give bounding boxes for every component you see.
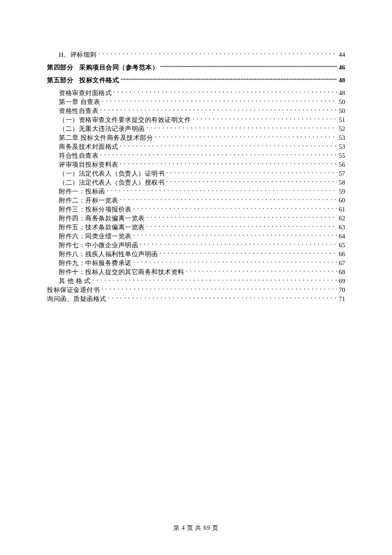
toc-label: 第四部分采购项目合同（参考范本） — [47, 63, 159, 72]
toc-entry[interactable]: 附件五：技术条款偏离一览表63 — [47, 223, 345, 232]
toc-entry[interactable]: 附件七：中小微企业声明函65 — [47, 241, 345, 250]
toc-page-number: 65 — [337, 241, 345, 250]
toc-leader — [91, 277, 337, 283]
toc-leader — [164, 169, 337, 176]
toc-entry[interactable]: 附件八：残疾人福利性单位声明函66 — [47, 250, 345, 259]
toc-leader — [191, 116, 337, 122]
toc-entry[interactable]: （二）法定代表人（负责人）授权书58 — [47, 178, 345, 187]
toc-page-number: 55 — [337, 151, 345, 160]
toc-page-number: 59 — [337, 187, 345, 196]
toc-page-number: 71 — [337, 295, 345, 304]
toc-page-number: 50 — [337, 107, 345, 116]
toc-page-number: 66 — [337, 250, 345, 259]
toc-label-text: 采购项目合同（参考范本） — [79, 64, 159, 71]
table-of-contents: H、评标细则44第四部分采购项目合同（参考范本）46第五部分投标文件格式48资格… — [47, 50, 345, 304]
toc-entry[interactable]: 第二章 投标文件商务及技术部分53 — [47, 133, 345, 142]
toc-entry[interactable]: 附件四：商务条款偏离一览表62 — [47, 214, 345, 223]
toc-leader — [132, 205, 337, 211]
toc-label: 附件九：中标服务费承诺 — [59, 259, 132, 268]
toc-page-number: 69 — [337, 277, 345, 286]
toc-page-number: 58 — [337, 178, 345, 187]
toc-label: 附件六：同类业绩一览表 — [59, 232, 132, 241]
toc-page-number: 63 — [337, 223, 345, 232]
toc-page-number: 51 — [337, 116, 345, 124]
page-footer: 第 4 页 共 69 页 — [0, 524, 392, 532]
toc-label: 第一章 自查表 — [59, 98, 100, 107]
toc-entry[interactable]: 资格审查封面格式48 — [47, 89, 345, 98]
toc-leader — [145, 223, 337, 229]
toc-entry[interactable]: 附件六：同类业绩一览表64 — [47, 232, 345, 241]
document-page: H、评标细则44第四部分采购项目合同（参考范本）46第五部分投标文件格式48资格… — [0, 0, 392, 555]
toc-page-number: 62 — [337, 214, 345, 223]
toc-leader — [112, 89, 337, 95]
toc-leader — [107, 295, 337, 301]
toc-label: 附件八：残疾人福利性单位声明函 — [59, 250, 158, 259]
toc-entry[interactable]: 附件二：开标一览表60 — [47, 196, 345, 205]
toc-entry[interactable]: 第四部分采购项目合同（参考范本）46 — [47, 63, 345, 72]
toc-label: 附件七：中小微企业声明函 — [59, 241, 138, 250]
toc-leader — [105, 187, 337, 194]
toc-label: 第五部分投标文件格式 — [47, 76, 119, 85]
toc-leader — [97, 50, 337, 57]
toc-entry[interactable]: 投标保证金退付书70 — [47, 286, 345, 295]
toc-entry[interactable]: 附件十：投标人提交的其它商务和技术资料68 — [47, 268, 345, 277]
toc-label: 其 他 格 式 — [59, 277, 91, 286]
toc-page-number: 44 — [337, 50, 345, 59]
toc-label-text: 投标文件格式 — [79, 77, 119, 84]
toc-label: 附件四：商务条款偏离一览表 — [59, 214, 145, 223]
toc-entry[interactable]: 附件一：投标函59 — [47, 187, 345, 196]
toc-label: 资格审查封面格式 — [59, 89, 112, 98]
toc-leader — [145, 214, 337, 220]
toc-part-prefix: 第四部分 — [47, 63, 73, 72]
toc-entry[interactable]: 资格性自查表50 — [47, 107, 345, 116]
toc-leader — [132, 259, 337, 265]
toc-leader — [184, 268, 337, 274]
toc-page-number: 61 — [337, 205, 345, 214]
toc-label: 评审项目投标资料表 — [59, 160, 118, 169]
toc-page-number: 53 — [337, 142, 345, 151]
toc-entry[interactable]: H、评标细则44 — [47, 50, 345, 59]
toc-leader — [164, 178, 337, 185]
toc-part-prefix: 第五部分 — [47, 76, 73, 85]
toc-label: 询问函、质疑函格式 — [47, 295, 107, 304]
toc-label: （二）法定代表人（负责人）授权书 — [59, 178, 164, 187]
toc-entry[interactable]: 其 他 格 式69 — [47, 277, 345, 286]
toc-entry[interactable]: （二）无重大违法记录声明函52 — [47, 124, 345, 133]
toc-entry[interactable]: （一）法定代表人（负责人）证明书57 — [47, 169, 345, 178]
toc-page-number: 48 — [337, 89, 345, 98]
toc-label: （一）资格审查文件要求提交的有效证明文件 — [59, 116, 191, 124]
toc-leader — [118, 142, 337, 149]
toc-leader — [100, 98, 337, 104]
toc-entry[interactable]: 附件九：中标服务费承诺67 — [47, 259, 345, 268]
toc-leader — [98, 151, 337, 158]
toc-entry[interactable]: 符合性自查表55 — [47, 151, 345, 160]
toc-leader — [153, 133, 337, 140]
toc-leader — [145, 124, 337, 131]
toc-label: 附件一：投标函 — [59, 187, 105, 196]
toc-gap — [47, 72, 345, 76]
toc-label: 附件十：投标人提交的其它商务和技术资料 — [59, 268, 184, 277]
toc-page-number: 67 — [337, 259, 345, 268]
toc-entry[interactable]: 商务及技术封面格式53 — [47, 142, 345, 151]
toc-page-number: 48 — [337, 76, 345, 85]
toc-page-number: 68 — [337, 268, 345, 277]
toc-label: 投标保证金退付书 — [47, 286, 100, 295]
toc-entry[interactable]: 评审项目投标资料表56 — [47, 160, 345, 169]
toc-label: 附件二：开标一览表 — [59, 196, 118, 205]
toc-leader — [118, 160, 337, 167]
toc-label: 资格性自查表 — [59, 107, 98, 116]
toc-entry[interactable]: 第五部分投标文件格式48 — [47, 76, 345, 85]
toc-label: 附件五：技术条款偏离一览表 — [59, 223, 145, 232]
toc-label: 商务及技术封面格式 — [59, 142, 118, 151]
toc-entry[interactable]: 询问函、质疑函格式71 — [47, 295, 345, 304]
toc-page-number: 52 — [337, 124, 345, 133]
toc-leader — [158, 250, 337, 256]
toc-page-number: 50 — [337, 98, 345, 107]
toc-entry[interactable]: 附件三：投标分项报价表61 — [47, 205, 345, 214]
toc-page-number: 60 — [337, 196, 345, 205]
toc-entry[interactable]: 第一章 自查表50 — [47, 98, 345, 107]
toc-page-number: 46 — [337, 63, 345, 72]
toc-entry[interactable]: （一）资格审查文件要求提交的有效证明文件51 — [47, 116, 345, 124]
toc-leader — [138, 241, 337, 247]
toc-page-number: 64 — [337, 232, 345, 241]
